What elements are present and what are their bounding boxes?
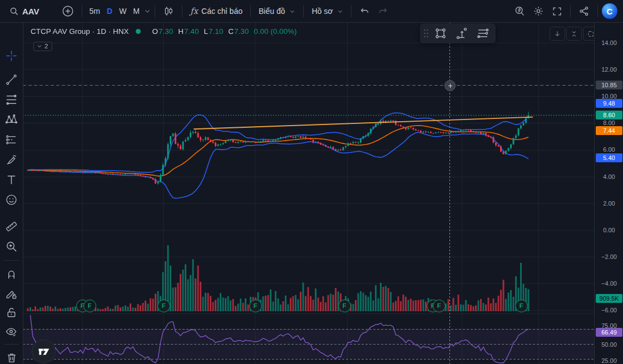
remove-objects-tool[interactable] — [2, 349, 21, 364]
legend-title: CTCP AAV Group · 1D · HNX — [31, 27, 129, 36]
collapsed-indicators-count: 2 — [44, 43, 48, 49]
text-tool[interactable] — [2, 171, 21, 188]
axis-price-label: 6.00 — [595, 146, 623, 153]
ohlc-open-label: O — [152, 27, 159, 36]
ohlc-high-value: 7.40 — [184, 27, 199, 36]
sidebar-divider — [4, 344, 19, 345]
change-value: 0.00 (0.00%) — [254, 27, 296, 36]
floating-drawing-toolbar — [420, 23, 496, 43]
hide-drawings-tool[interactable] — [2, 323, 21, 341]
tradingview-app: AAV 5m D W M ƒx Các chỉ báo Biểu đồ — [0, 0, 623, 364]
hline-drawing-handle[interactable] — [444, 80, 456, 91]
undo-button[interactable] — [355, 3, 374, 19]
axis-price-label: 12.00 — [595, 66, 623, 73]
xabcd-pattern-tool[interactable] — [2, 111, 21, 128]
symbol-label: AAV — [22, 7, 39, 16]
market-status-dot-icon — [136, 29, 141, 34]
settings-gear-button[interactable] — [529, 3, 548, 19]
financials-event-badge[interactable]: F — [433, 300, 446, 312]
axis-price-label: 50.00 — [595, 341, 623, 348]
financials-event-badge[interactable]: F — [515, 300, 528, 312]
price-range-tool[interactable] — [451, 25, 472, 42]
plus-icon — [447, 83, 453, 89]
axis-price-badge: 5.40 — [596, 153, 622, 162]
timeframe-1m[interactable]: M — [130, 3, 143, 19]
financials-event-badge[interactable]: F — [249, 300, 262, 312]
crosshair-tool[interactable] — [2, 47, 21, 64]
share-button[interactable] — [575, 3, 594, 19]
projection-tool[interactable] — [2, 131, 21, 148]
timeframe-5m[interactable]: 5m — [86, 3, 103, 19]
ohlc-low-value: 7.10 — [209, 27, 223, 36]
collapsed-indicators-chip[interactable]: 2 — [33, 42, 52, 51]
axis-price-label: 8.00 — [595, 119, 623, 126]
zoom-in-tool[interactable] — [2, 237, 21, 255]
emoji-tool[interactable] — [2, 191, 21, 208]
fullscreen-button[interactable] — [548, 3, 566, 19]
indicators-button[interactable]: ƒx Các chỉ báo — [186, 3, 246, 19]
drawing-mode-tool[interactable] — [2, 285, 21, 302]
user-avatar[interactable]: C — [602, 3, 617, 19]
brush-tool[interactable] — [2, 151, 21, 168]
redo-button[interactable] — [374, 3, 392, 19]
price-chart-canvas[interactable] — [23, 23, 594, 364]
financials-event-badge[interactable]: F — [83, 300, 96, 312]
axis-price-badge: 9.48 — [596, 99, 622, 108]
axis-price-label: −6.00 — [595, 307, 623, 313]
fx-icon: ƒx — [190, 6, 198, 16]
fib-retracement-tool[interactable] — [2, 91, 21, 108]
ohlc-low-label: L — [204, 27, 208, 36]
anchored-rectangle-tool[interactable] — [430, 25, 451, 42]
candlestick-style-icon — [163, 6, 174, 17]
profile-chevron-icon — [337, 8, 343, 14]
axis-price-label: 4.00 — [595, 173, 623, 180]
profile-menu[interactable]: Hồ sơ — [308, 3, 347, 19]
magnet-mode-tool[interactable] — [2, 265, 21, 283]
drag-handle-icon[interactable] — [422, 27, 430, 39]
symbol-legend[interactable]: CTCP AAV Group · 1D · HNX O7.30 H7.40 L7… — [31, 27, 297, 36]
chart-layout-chevron-icon — [289, 8, 295, 14]
quick-search-button[interactable] — [510, 3, 529, 19]
axis-price-badge: 10.85 — [596, 81, 622, 89]
toolbar-separator — [570, 5, 571, 17]
indicators-label: Các chỉ báo — [201, 7, 243, 16]
timeframe-1w[interactable]: W — [116, 3, 130, 19]
axis-price-label: 14.00 — [595, 39, 623, 46]
axis-price-badge: 66.49 — [596, 328, 622, 337]
price-axis[interactable]: 14.0012.0010.008.006.004.002.000.00−2.00… — [594, 23, 623, 364]
sidebar-divider — [4, 260, 19, 261]
chart-layout-menu[interactable]: Biểu đồ — [255, 3, 299, 19]
search-icon — [9, 7, 19, 16]
toolbar-separator — [351, 5, 352, 17]
toolbar-separator — [155, 5, 155, 17]
timeframe-1d[interactable]: D — [103, 3, 116, 19]
toolbar-separator — [250, 5, 251, 17]
symbol-search-button[interactable]: AAV — [6, 3, 43, 19]
ohlc-open-value: 7.30 — [159, 27, 173, 36]
chevron-down-icon — [37, 43, 42, 49]
axis-price-label: −2.00 — [595, 253, 623, 260]
ohlc-high-label: H — [178, 27, 184, 36]
axis-price-label: −4.00 — [595, 280, 623, 287]
axis-price-badge: 909.5K — [596, 294, 622, 303]
tradingview-logo[interactable] — [32, 340, 56, 363]
profile-label: Hồ sơ — [312, 7, 333, 16]
compare-add-button[interactable] — [58, 3, 78, 19]
measure-tool[interactable] — [2, 217, 21, 235]
timeframe-menu-chevron-icon[interactable] — [144, 8, 151, 14]
axis-price-label: 25.00 — [595, 357, 623, 364]
drawing-sidebar — [0, 23, 23, 364]
financials-event-badge[interactable]: F — [157, 300, 170, 312]
chart-style-button[interactable] — [159, 3, 178, 19]
axis-price-label: 2.00 — [595, 200, 623, 207]
axis-price-badge: 7.44 — [596, 126, 622, 135]
parallel-lines-tool[interactable] — [472, 25, 493, 42]
lock-drawings-tool[interactable] — [2, 303, 21, 321]
go-to-realtime-button[interactable] — [550, 27, 565, 41]
chart-layout-label: Biểu đồ — [259, 7, 285, 16]
trend-line-tool[interactable] — [2, 71, 21, 88]
financials-event-badge[interactable]: F — [338, 300, 351, 312]
collapse-pane-button[interactable] — [566, 27, 582, 41]
ohlc-close-label: C — [228, 27, 234, 36]
toolbar-separator — [182, 5, 182, 17]
